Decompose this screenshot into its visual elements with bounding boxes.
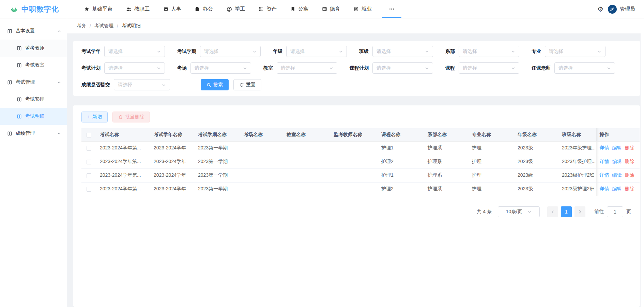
filter-field-score-submitted: 成绩是否提交 请选择 (81, 79, 170, 90)
row-checkbox[interactable] (87, 187, 91, 192)
sidebar-item-exam-schedule[interactable]: 考试安排 (0, 91, 67, 108)
filter-select-major[interactable]: 请选择 (545, 46, 605, 57)
filter-label: 专业 (532, 48, 541, 55)
batch-delete-button[interactable]: 批量删除 (112, 112, 150, 122)
filter-panel: 考试学年 请选择 考试学期 请选择 年级 请选择 (73, 41, 640, 96)
filter-label: 考试计划 (81, 65, 101, 71)
filter-label: 课程 (445, 65, 455, 71)
nav-item-base-platform[interactable]: 基础平台 (77, 0, 119, 18)
select-all-checkbox[interactable] (87, 133, 91, 137)
nav-item-apartment[interactable]: 公寓 (283, 0, 315, 18)
chevron-down-icon (339, 49, 343, 54)
action-detail[interactable]: 详情 (600, 186, 609, 191)
filter-field-major: 专业 请选择 (532, 46, 605, 57)
book-icon (17, 97, 22, 102)
reset-button[interactable]: 重置 (233, 79, 261, 90)
action-detail[interactable]: 详情 (600, 159, 609, 164)
row-checkbox[interactable] (87, 146, 91, 151)
filter-select-grade[interactable]: 请选择 (286, 46, 347, 57)
nav-item-student-affairs[interactable]: 学工 (220, 0, 252, 18)
filter-select-teacher[interactable]: 请选择 (554, 62, 615, 74)
prev-page-button[interactable] (547, 206, 558, 217)
action-detail[interactable]: 详情 (600, 145, 609, 150)
breadcrumb-item[interactable]: 考试管理 (94, 23, 113, 29)
nav-item-assets[interactable]: 资产 (252, 0, 283, 18)
sidebar-group-exam-management[interactable]: 考试管理 (0, 74, 67, 91)
cell-major-name: 护理 (469, 141, 514, 155)
filter-field-class: 班级 请选择 (359, 46, 433, 57)
sidebar-item-proctor-teacher[interactable]: 监考教师 (0, 40, 67, 57)
filter-select-exam-site[interactable]: 请选择 (190, 62, 251, 74)
book-icon (7, 80, 12, 85)
filter-select-class[interactable]: 请选择 (372, 46, 433, 57)
action-edit[interactable]: 编辑 (612, 186, 622, 191)
sidebar-group-label: 基本设置 (16, 28, 35, 34)
filter-select-classroom[interactable]: 请选择 (277, 62, 337, 74)
row-checkbox[interactable] (87, 160, 91, 164)
book-icon (7, 29, 12, 34)
action-detail[interactable]: 详情 (600, 172, 609, 178)
sidebar-item-exam-classroom[interactable]: 考试教室 (0, 57, 67, 74)
sidebar-group-basic-settings[interactable]: 基本设置 (0, 23, 67, 40)
building-icon (290, 6, 295, 12)
filter-select-course-plan[interactable]: 请选择 (372, 62, 433, 74)
filter-select-course[interactable]: 请选择 (459, 62, 519, 74)
refresh-icon (239, 83, 244, 87)
cell-term-name: 2023第一学期 (195, 155, 240, 169)
page-1-button[interactable]: 1 (561, 206, 572, 217)
filter-select-exam-plan[interactable]: 请选择 (104, 62, 165, 74)
sidebar-item-label: 监考教师 (25, 45, 44, 51)
filter-select-exam-year[interactable]: 请选择 (104, 46, 165, 57)
page-size-select[interactable]: 10条/页 (498, 206, 540, 217)
nav-item-staff[interactable]: 教职工 (119, 0, 156, 18)
row-checkbox[interactable] (87, 173, 91, 178)
user-menu[interactable]: 管理员 (608, 5, 635, 14)
action-delete[interactable]: 删除 (625, 186, 634, 191)
action-delete[interactable]: 删除 (625, 172, 634, 178)
action-edit[interactable]: 编辑 (612, 159, 622, 164)
nav-item-employment[interactable]: 就业 (347, 0, 379, 18)
add-button[interactable]: + 新增 (81, 112, 108, 122)
filter-label: 成绩是否提交 (81, 82, 110, 88)
nav-item-label: 基础平台 (92, 6, 112, 12)
filter-field-grade: 年级 请选择 (273, 46, 347, 57)
cell-site-name (240, 141, 283, 155)
cell-dept-name: 护理系 (424, 169, 469, 182)
gear-icon[interactable]: ⚙ (597, 6, 603, 13)
table-header-row: 考试名称 考试学年名称 考试学期名称 考场名称 教室名称 监考教师名称 课程名称… (81, 128, 640, 141)
sidebar-item-exam-detail[interactable]: 考试明细 (0, 108, 67, 125)
filter-select-department[interactable]: 请选择 (459, 46, 519, 57)
cell-dept-name: 护理系 (424, 182, 469, 196)
nav-item-office[interactable]: 办公 (188, 0, 220, 18)
filter-field-department: 系部 请选择 (445, 46, 519, 57)
nav-item-hr[interactable]: 人事 (156, 0, 188, 18)
nav-item-label: 德育 (330, 6, 340, 12)
sidebar-group-score-management[interactable]: 成绩管理 (0, 125, 67, 142)
chevron-down-icon (162, 83, 166, 87)
user-name: 管理员 (620, 6, 635, 12)
chevron-down-icon (607, 66, 611, 70)
people-icon (126, 6, 132, 12)
cell-course-name: 护理1 (378, 169, 424, 182)
action-delete[interactable]: 删除 (625, 145, 634, 150)
nav-item-more[interactable] (379, 0, 405, 18)
cell-class-name: 2023级护理2班 (558, 182, 596, 196)
action-edit[interactable]: 编辑 (612, 172, 622, 178)
scrollbar-track[interactable] (641, 18, 644, 307)
nav-item-moral-education[interactable]: 德育 (315, 0, 347, 18)
book-icon (7, 131, 12, 136)
breadcrumb-item[interactable]: 考务 (77, 23, 86, 29)
col-site-name: 考场名称 (240, 128, 283, 141)
action-delete[interactable]: 删除 (625, 159, 634, 164)
image-icon (163, 6, 168, 12)
chevron-down-icon (511, 49, 515, 54)
filter-field-teacher: 任课老师 请选择 (532, 62, 615, 74)
filter-select-exam-term[interactable]: 请选择 (200, 46, 261, 57)
document-icon (195, 6, 200, 12)
next-page-button[interactable] (574, 206, 585, 217)
cell-class-name: 2023年级护理... (558, 141, 596, 155)
search-button[interactable]: 搜索 (201, 79, 229, 90)
filter-select-score-submitted[interactable]: 请选择 (114, 79, 170, 90)
goto-page-input[interactable] (607, 206, 623, 217)
action-edit[interactable]: 编辑 (612, 145, 622, 150)
